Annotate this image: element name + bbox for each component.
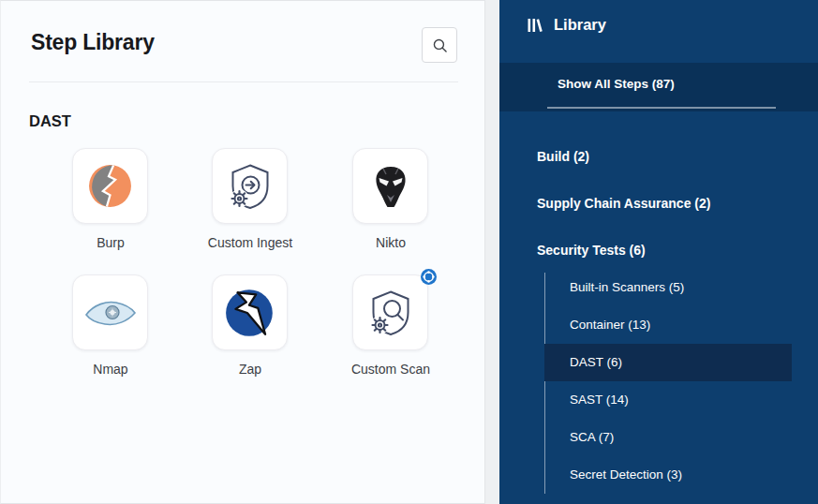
zap-logo [223, 286, 277, 340]
library-sidebar: Library Show All Steps (87) Build (2) Su… [499, 0, 818, 504]
tool-label-custom-scan: Custom Scan [316, 362, 466, 377]
tool-tile-custom-scan[interactable] [352, 274, 428, 350]
sidebar-item-built-in-scanners[interactable]: Built-in Scanners (5) [544, 269, 792, 306]
library-icon [527, 17, 543, 34]
nmap-logo [84, 299, 137, 327]
step-library-page: Step Library DAST [0, 0, 818, 504]
header-divider [29, 82, 458, 82]
tool-label-nmap: Nmap [36, 362, 186, 377]
tool-tile-zap[interactable] [212, 274, 288, 350]
search-icon [432, 37, 448, 53]
nikto-logo [372, 165, 409, 208]
sidebar-item-sast[interactable]: SAST (14) [544, 381, 792, 419]
tool-label-custom-ingest: Custom Ingest [175, 235, 325, 250]
tool-tile-custom-ingest[interactable] [212, 148, 288, 224]
show-all-steps-link[interactable]: Show All Steps (87) [558, 77, 675, 91]
sidebar-header: Library [527, 16, 606, 34]
tool-label-burp: Burp [36, 235, 186, 250]
show-all-steps-band[interactable]: Show All Steps (87) [499, 63, 818, 111]
section-title-dast: DAST [29, 112, 71, 130]
show-all-divider [547, 107, 776, 109]
sidebar-item-dast[interactable]: DAST (6) [544, 344, 792, 381]
tool-label-nikto: Nikto [316, 235, 466, 250]
tool-label-zap: Zap [175, 362, 325, 377]
tool-tile-burp[interactable] [72, 148, 148, 224]
tool-tile-nikto[interactable] [352, 148, 428, 224]
sidebar-item-sca[interactable]: SCA (7) [544, 419, 792, 456]
tool-tile-nmap[interactable] [72, 274, 148, 350]
step-library-panel: Step Library DAST [0, 0, 485, 504]
custom-ingest-icon [224, 160, 276, 213]
sidebar-item-container[interactable]: Container (13) [544, 306, 792, 344]
page-title: Step Library [31, 30, 155, 55]
sidebar-title: Library [554, 16, 606, 34]
sidebar-item-supply-chain-assurance[interactable]: Supply Chain Assurance (2) [537, 196, 710, 215]
custom-scan-icon [364, 287, 417, 339]
sidebar-item-security-tests[interactable]: Security Tests (6) [537, 243, 646, 261]
sidebar-item-secret-detection[interactable]: Secret Detection (3) [544, 456, 792, 494]
search-button[interactable] [422, 27, 457, 63]
draggable-badge-icon[interactable] [421, 269, 437, 285]
burp-logo [87, 163, 133, 209]
sidebar-item-build[interactable]: Build (2) [537, 149, 589, 168]
